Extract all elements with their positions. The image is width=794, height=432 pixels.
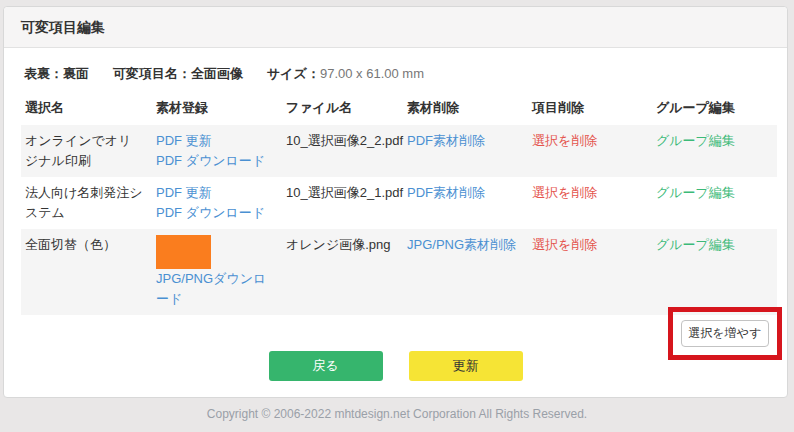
pdf-download-link[interactable]: PDF ダウンロード: [156, 203, 274, 223]
pdf-update-link[interactable]: PDF 更新: [156, 131, 274, 151]
pdf-download-link[interactable]: PDF ダウンロード: [156, 151, 274, 171]
file-name: オレンジ画像.png: [282, 235, 403, 255]
col-header-material-delete: 素材削除: [403, 99, 528, 117]
material-delete-link[interactable]: PDF素材削除: [407, 131, 485, 151]
col-header-material-register: 素材登録: [152, 99, 282, 117]
page: 可変項目編集 表裏：裏面 可変項目名：全面画像 サイズ：97.00 x 61.0…: [0, 0, 794, 432]
info-bar: 表裏：裏面 可変項目名：全面画像 サイズ：97.00 x 61.00 mm: [24, 65, 767, 83]
update-button[interactable]: 更新: [409, 351, 523, 381]
selection-name: オンラインでオリジナル印刷: [21, 131, 152, 171]
page-footer: Copyright © 2006-2022 mhtdesign.net Corp…: [0, 398, 794, 432]
col-header-file-name: ファイル名: [282, 99, 403, 117]
group-edit-link[interactable]: グループ編集: [656, 235, 735, 255]
item-delete-link[interactable]: 選択を削除: [532, 235, 597, 255]
material-register-cell: JPG/PNGダウンロード: [152, 235, 282, 309]
add-selection-button[interactable]: 選択を増やす: [681, 320, 769, 347]
col-header-group-edit: グループ編集: [652, 99, 777, 117]
pdf-update-link[interactable]: PDF 更新: [156, 183, 274, 203]
material-register-cell: PDF 更新 PDF ダウンロード: [152, 183, 282, 223]
material-delete-link[interactable]: PDF素材削除: [407, 183, 485, 203]
material-register-cell: PDF 更新 PDF ダウンロード: [152, 131, 282, 171]
side-label: 表裏：: [24, 66, 63, 81]
table-header-row: 選択名 素材登録 ファイル名 素材削除 項目削除 グループ編集: [21, 96, 777, 125]
table-row: オンラインでオリジナル印刷 PDF 更新 PDF ダウンロード 10_選択画像2…: [21, 125, 777, 177]
variable-item-edit-panel: 可変項目編集 表裏：裏面 可変項目名：全面画像 サイズ：97.00 x 61.0…: [3, 6, 788, 398]
side-value: 裏面: [63, 66, 89, 81]
group-edit-link[interactable]: グループ編集: [656, 183, 735, 203]
bottom-actions: 戻る 更新: [4, 351, 787, 381]
file-name: 10_選択画像2_2.pdf: [282, 131, 403, 151]
size-value: 97.00 x 61.00 mm: [320, 66, 424, 81]
selections-table: 選択名 素材登録 ファイル名 素材削除 項目削除 グループ編集 オンラインでオリ…: [21, 96, 777, 315]
back-button[interactable]: 戻る: [269, 351, 383, 381]
info-field-size: サイズ：97.00 x 61.00 mm: [267, 65, 424, 83]
jpg-png-download-link[interactable]: JPG/PNGダウンロード: [156, 269, 274, 309]
material-delete-link[interactable]: JPG/PNG素材削除: [407, 235, 516, 255]
material-preview-image: [156, 235, 211, 269]
selection-name: 法人向け名刺発注システム: [21, 183, 152, 223]
item-name-label: 可変項目名：: [113, 66, 191, 81]
item-delete-link[interactable]: 選択を削除: [532, 131, 597, 151]
copyright-text: Copyright © 2006-2022 mhtdesign.net Corp…: [207, 407, 587, 421]
table-row: 法人向け名刺発注システム PDF 更新 PDF ダウンロード 10_選択画像2_…: [21, 177, 777, 229]
col-header-selection-name: 選択名: [21, 99, 152, 117]
item-delete-link[interactable]: 選択を削除: [532, 183, 597, 203]
selection-name: 全面切替（色）: [21, 235, 152, 255]
file-name: 10_選択画像2_1.pdf: [282, 183, 403, 203]
size-label: サイズ：: [267, 66, 320, 81]
col-header-item-delete: 項目削除: [528, 99, 652, 117]
group-edit-link[interactable]: グループ編集: [656, 131, 735, 151]
table-row: 全面切替（色） JPG/PNGダウンロード オレンジ画像.png JPG/PNG…: [21, 229, 777, 315]
info-field-item-name: 可変項目名：全面画像: [113, 65, 243, 83]
info-field-side: 表裏：裏面: [24, 65, 89, 83]
item-name-value: 全面画像: [191, 66, 243, 81]
panel-title: 可変項目編集: [4, 7, 787, 48]
